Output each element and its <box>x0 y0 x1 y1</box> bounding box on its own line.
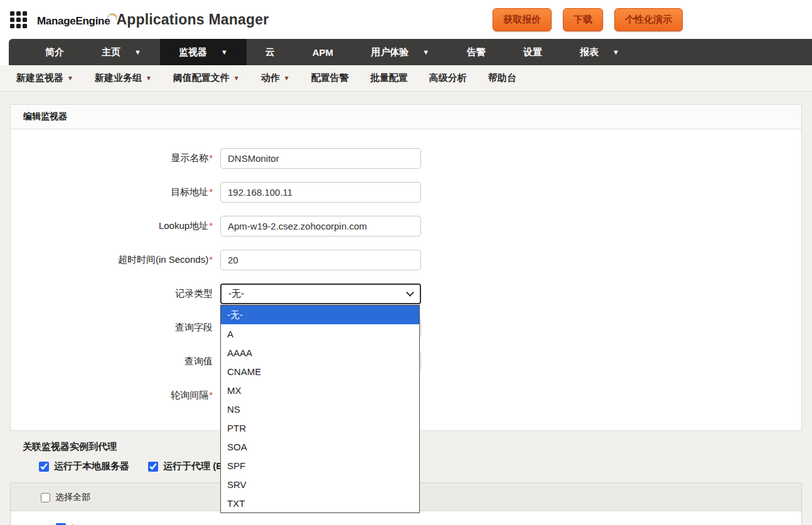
main-nav: 简介 主页 ▼ 监视器 ▼ 云 APM 用户体验 ▼ 告警 设置 报表 ▼ <box>9 39 812 65</box>
nav-item-reports[interactable]: 报表 ▼ <box>561 39 638 65</box>
query-field-label: 查询字段 <box>11 322 220 334</box>
edit-monitor-panel: 编辑监视器 显示名称* 目标地址* Lookup地址* <box>10 104 802 431</box>
display-name-input[interactable] <box>220 148 421 169</box>
nav-item-monitors[interactable]: 监视器 ▼ <box>160 39 247 65</box>
target-address-label: 目标地址* <box>11 186 220 198</box>
run-agent-checkbox[interactable] <box>148 462 158 472</box>
subnav-item-new-monitor[interactable]: 新建监视器 ▼ <box>16 72 73 84</box>
form-row-timeout: 超时时间(in Seconds)* <box>11 250 801 270</box>
chevron-down-icon: ▼ <box>284 75 290 82</box>
dropdown-option-txt[interactable]: TXT <box>221 494 419 512</box>
subnav-item-label: 帮助台 <box>488 72 516 84</box>
nav-item-intro[interactable]: 简介 <box>26 39 83 65</box>
subnav-item-label: 批量配置 <box>370 72 408 84</box>
chevron-down-icon: ▼ <box>146 75 152 82</box>
subnav-item-label: 阈值配置文件 <box>173 72 230 84</box>
record-type-label: 记录类型 <box>11 288 220 300</box>
required-marker: * <box>209 390 213 400</box>
nav-item-label: 用户体验 <box>371 46 409 58</box>
nav-item-label: 云 <box>265 46 275 58</box>
manageengine-logo: ManageEngine <box>37 15 110 28</box>
query-value-label: 查询值 <box>11 356 220 368</box>
chevron-down-icon: ▼ <box>221 48 228 56</box>
nav-item-apm[interactable]: APM <box>294 39 352 65</box>
nav-item-user-experience[interactable]: 用户体验 ▼ <box>352 39 448 65</box>
top-header: ManageEngine Applications Manager 获取报价 下… <box>0 0 812 39</box>
chevron-down-icon: ▼ <box>233 75 240 82</box>
dropdown-option-soa[interactable]: SOA <box>221 437 419 456</box>
subnav-item-bulk-config[interactable]: 批量配置 <box>370 72 408 84</box>
subnav-item-configure-alarms[interactable]: 配置告警 <box>311 72 349 84</box>
edit-monitor-form: 显示名称* 目标地址* Lookup地址* 超时时间(in Seconds)* <box>11 129 801 430</box>
polling-interval-label: 轮询间隔* <box>11 390 220 401</box>
select-all-label: 选择全部 <box>55 492 90 503</box>
nav-item-cloud[interactable]: 云 <box>247 39 294 65</box>
form-row-display-name: 显示名称* <box>11 148 801 169</box>
required-marker: * <box>209 220 213 231</box>
dropdown-option-spf[interactable]: SPF <box>221 456 419 475</box>
page-title: Applications Manager <box>116 11 269 28</box>
run-local-checkbox[interactable] <box>39 462 49 472</box>
subnav-item-label: 新建业务组 <box>95 72 142 84</box>
nav-item-home[interactable]: 主页 ▼ <box>83 39 160 65</box>
run-local-option[interactable]: 运行于本地服务器 <box>39 460 129 472</box>
nav-item-label: 报表 <box>580 46 599 58</box>
cta-button-group: 获取报价 下载 个性化演示 <box>493 8 683 31</box>
subnav-item-label: 配置告警 <box>311 72 349 84</box>
form-row-record-type: 记录类型 -无- -无- A AAAA CNAME MX NS PTR <box>11 284 801 304</box>
dropdown-option-cname[interactable]: CNAME <box>221 362 419 381</box>
subnav-item-label: 动作 <box>261 72 280 84</box>
download-button[interactable]: 下载 <box>563 8 603 31</box>
subnav-item-threshold-profiles[interactable]: 阈值配置文件 ▼ <box>173 72 240 84</box>
run-local-label: 运行于本地服务器 <box>54 460 129 472</box>
dropdown-option-none[interactable]: -无- <box>221 305 419 324</box>
chevron-down-icon: ▼ <box>134 48 141 56</box>
record-type-select-wrap: -无- -无- A AAAA CNAME MX NS PTR SOA SPF S… <box>220 284 421 304</box>
chevron-down-icon: ▼ <box>67 75 73 82</box>
dropdown-option-a[interactable]: A <box>221 324 419 343</box>
subnav-item-label: 高级分析 <box>429 72 467 84</box>
lookup-address-label: Lookup地址* <box>11 220 220 232</box>
nav-item-label: 告警 <box>467 46 486 58</box>
select-all-checkbox[interactable] <box>41 493 50 502</box>
dropdown-option-aaaa[interactable]: AAAA <box>221 343 419 362</box>
nav-item-label: 主页 <box>102 46 120 58</box>
subnav-item-label: 新建监视器 <box>16 72 63 84</box>
display-name-label: 显示名称* <box>11 152 220 164</box>
app-grid-icon[interactable] <box>10 11 27 28</box>
get-quote-button[interactable]: 获取报价 <box>493 8 552 31</box>
subnav-item-actions[interactable]: 动作 ▼ <box>261 72 290 84</box>
form-row-target-address: 目标地址* <box>11 182 801 203</box>
required-marker: * <box>209 254 213 265</box>
nav-item-alarms[interactable]: 告警 <box>448 39 505 65</box>
manageengine-swoosh-icon <box>107 13 117 25</box>
nav-item-settings[interactable]: 设置 <box>505 39 561 65</box>
dropdown-option-ns[interactable]: NS <box>221 400 419 418</box>
host-option-hostname[interactable]: hostname <box>56 522 801 525</box>
panel-title: 编辑监视器 <box>11 105 801 129</box>
manageengine-logo-text: ManageEngine <box>37 15 110 27</box>
hostname-checkbox[interactable] <box>56 523 66 525</box>
required-marker: * <box>209 152 213 163</box>
hostname-label: hostname <box>72 522 113 525</box>
nav-item-label: 设置 <box>523 46 542 58</box>
chevron-down-icon: ▼ <box>612 48 619 56</box>
record-type-select[interactable]: -无- <box>220 284 421 304</box>
subnav-item-advanced-analytics[interactable]: 高级分析 <box>429 72 467 84</box>
subnav-item-new-business-group[interactable]: 新建业务组 ▼ <box>95 72 152 84</box>
dropdown-option-ptr[interactable]: PTR <box>221 418 419 437</box>
dropdown-option-srv[interactable]: SRV <box>221 475 419 494</box>
subnav-item-helpdesk[interactable]: 帮助台 <box>488 72 516 84</box>
personalized-demo-button[interactable]: 个性化演示 <box>614 8 683 31</box>
form-row-lookup-address: Lookup地址* <box>11 216 801 236</box>
lookup-address-input[interactable] <box>220 216 421 236</box>
required-marker: * <box>209 186 213 197</box>
nav-item-label: 监视器 <box>179 46 207 58</box>
target-address-input[interactable] <box>220 182 421 203</box>
dropdown-option-mx[interactable]: MX <box>221 381 419 400</box>
record-type-dropdown: -无- A AAAA CNAME MX NS PTR SOA SPF SRV T… <box>220 305 420 513</box>
sub-nav: 新建监视器 ▼ 新建业务组 ▼ 阈值配置文件 ▼ 动作 ▼ 配置告警 批量配置 … <box>0 65 812 92</box>
timeout-input[interactable] <box>220 250 421 270</box>
nav-item-label: 简介 <box>45 46 64 58</box>
record-type-selected-value: -无- <box>228 288 244 300</box>
